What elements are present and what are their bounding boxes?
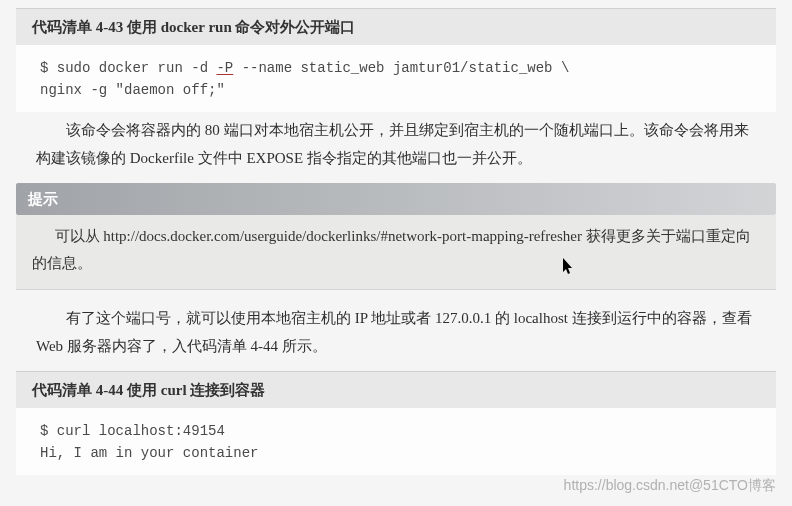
listing-443-header-text: 代码清单 4-43 使用 docker run 命令对外公开端口 [32, 19, 355, 35]
mouse-cursor-icon [540, 258, 575, 285]
listing-443-code: $ sudo docker run -d -P --name static_we… [16, 45, 776, 112]
watermark-label: https://blog.csdn.net@51CTO博客 [564, 477, 776, 493]
code-443-line1-post: --name static_web jamtur01/static_web \ [233, 60, 569, 76]
code-443-flag-P: -P [216, 60, 233, 76]
tip-body: 可以从 http://docs.docker.com/userguide/doc… [16, 215, 776, 290]
code-443-line2: nginx -g "daemon off;" [40, 82, 225, 98]
listing-444-header: 代码清单 4-44 使用 curl 连接到容器 [16, 371, 776, 408]
listing-444-header-text: 代码清单 4-44 使用 curl 连接到容器 [32, 382, 265, 398]
code-444-line1: $ curl localhost:49154 [40, 423, 225, 439]
paragraph-2: 有了这个端口号，就可以使用本地宿主机的 IP 地址或者 127.0.0.1 的 … [16, 290, 776, 371]
tip-body-pre: 可以从 [55, 228, 104, 244]
code-443-line1-pre: $ sudo docker run -d [40, 60, 216, 76]
tip-label-text: 提示 [28, 191, 58, 207]
paragraph-1: 该命令会将容器内的 80 端口对本地宿主机公开，并且绑定到宿主机的一个随机端口上… [16, 112, 776, 183]
tip-label-bar: 提示 [16, 183, 776, 215]
listing-444-code: $ curl localhost:49154 Hi, I am in your … [16, 408, 776, 475]
listing-443-header: 代码清单 4-43 使用 docker run 命令对外公开端口 [16, 8, 776, 45]
tip-link[interactable]: http://docs.docker.com/userguide/dockerl… [103, 228, 582, 244]
code-444-line2: Hi, I am in your container [40, 445, 258, 461]
paragraph-2-text: 有了这个端口号，就可以使用本地宿主机的 IP 地址或者 127.0.0.1 的 … [36, 310, 752, 355]
watermark-text: https://blog.csdn.net@51CTO博客 [564, 474, 776, 496]
paragraph-1-text: 该命令会将容器内的 80 端口对本地宿主机公开，并且绑定到宿主机的一个随机端口上… [36, 122, 749, 167]
